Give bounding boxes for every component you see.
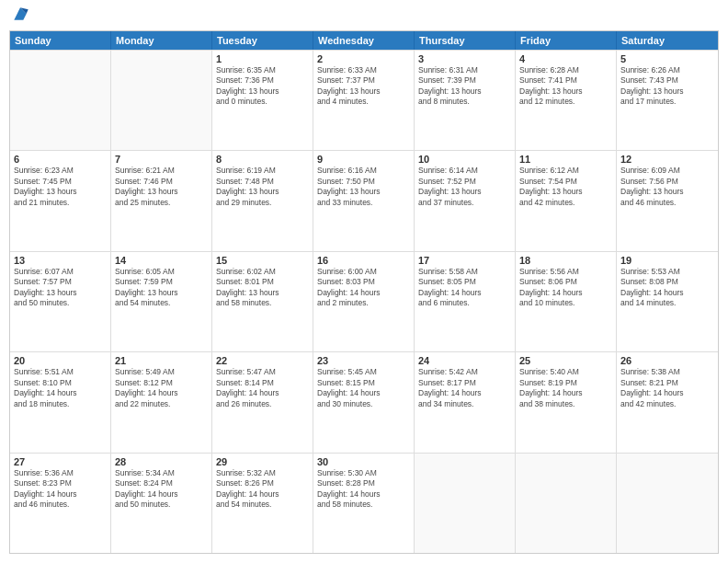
day-info: Sunrise: 6:23 AM Sunset: 7:45 PM Dayligh…: [14, 166, 107, 208]
calendar-cell: [10, 51, 111, 150]
calendar-cell: 15Sunrise: 6:02 AM Sunset: 8:01 PM Dayli…: [212, 252, 313, 351]
calendar-cell: 29Sunrise: 5:32 AM Sunset: 8:26 PM Dayli…: [212, 454, 313, 553]
day-info: Sunrise: 5:40 AM Sunset: 8:19 PM Dayligh…: [519, 367, 612, 409]
calendar-cell: [516, 454, 617, 553]
day-info: Sunrise: 5:38 AM Sunset: 8:21 PM Dayligh…: [620, 367, 714, 409]
calendar-cell: 19Sunrise: 5:53 AM Sunset: 8:08 PM Dayli…: [617, 252, 718, 351]
day-number: 10: [418, 154, 511, 165]
cal-header-cell: Saturday: [617, 31, 718, 50]
day-info: Sunrise: 6:19 AM Sunset: 7:48 PM Dayligh…: [216, 166, 309, 208]
day-info: Sunrise: 6:21 AM Sunset: 7:46 PM Dayligh…: [115, 166, 208, 208]
day-info: Sunrise: 6:14 AM Sunset: 7:52 PM Dayligh…: [418, 166, 511, 208]
day-number: 5: [620, 53, 714, 64]
cal-header-cell: Friday: [516, 31, 617, 50]
calendar-cell: [415, 454, 516, 553]
calendar-cell: 24Sunrise: 5:42 AM Sunset: 8:17 PM Dayli…: [415, 352, 516, 452]
day-info: Sunrise: 6:02 AM Sunset: 8:01 PM Dayligh…: [216, 267, 309, 309]
calendar-cell: 30Sunrise: 5:30 AM Sunset: 8:28 PM Dayli…: [313, 454, 415, 553]
logo-icon: [11, 5, 29, 23]
day-info: Sunrise: 6:07 AM Sunset: 7:57 PM Dayligh…: [14, 267, 107, 309]
day-number: 7: [115, 154, 208, 165]
day-info: Sunrise: 6:35 AM Sunset: 7:36 PM Dayligh…: [216, 65, 309, 108]
day-info: Sunrise: 5:53 AM Sunset: 8:08 PM Dayligh…: [620, 267, 714, 309]
calendar-cell: 20Sunrise: 5:51 AM Sunset: 8:10 PM Dayli…: [10, 352, 111, 452]
day-info: Sunrise: 5:30 AM Sunset: 8:28 PM Dayligh…: [317, 468, 410, 511]
day-number: 2: [317, 53, 410, 64]
cal-header-cell: Monday: [111, 31, 212, 50]
day-info: Sunrise: 5:42 AM Sunset: 8:17 PM Dayligh…: [418, 367, 511, 409]
calendar-cell: 10Sunrise: 6:14 AM Sunset: 7:52 PM Dayli…: [415, 151, 516, 250]
calendar-body: 1Sunrise: 6:35 AM Sunset: 7:36 PM Daylig…: [10, 50, 718, 553]
day-info: Sunrise: 5:34 AM Sunset: 8:24 PM Dayligh…: [115, 468, 208, 511]
day-number: 1: [216, 53, 309, 64]
day-number: 8: [216, 154, 309, 165]
header: [9, 9, 719, 23]
logo: [9, 9, 29, 23]
day-info: Sunrise: 6:00 AM Sunset: 8:03 PM Dayligh…: [317, 267, 410, 309]
calendar-cell: 28Sunrise: 5:34 AM Sunset: 8:24 PM Dayli…: [111, 454, 212, 553]
calendar-cell: [617, 454, 718, 553]
calendar-cell: 21Sunrise: 5:49 AM Sunset: 8:12 PM Dayli…: [111, 352, 212, 452]
day-number: 23: [317, 355, 410, 366]
day-number: 13: [14, 255, 107, 266]
day-info: Sunrise: 6:31 AM Sunset: 7:39 PM Dayligh…: [418, 65, 511, 108]
day-number: 6: [14, 154, 107, 165]
calendar-header: SundayMondayTuesdayWednesdayThursdayFrid…: [10, 31, 718, 50]
day-info: Sunrise: 5:56 AM Sunset: 8:06 PM Dayligh…: [519, 267, 612, 309]
day-number: 9: [317, 154, 410, 165]
day-info: Sunrise: 5:45 AM Sunset: 8:15 PM Dayligh…: [317, 367, 410, 409]
day-info: Sunrise: 6:28 AM Sunset: 7:41 PM Dayligh…: [519, 65, 612, 108]
calendar-cell: 1Sunrise: 6:35 AM Sunset: 7:36 PM Daylig…: [212, 51, 313, 150]
day-number: 21: [115, 355, 208, 366]
day-info: Sunrise: 5:47 AM Sunset: 8:14 PM Dayligh…: [216, 367, 309, 409]
cal-header-cell: Tuesday: [212, 31, 313, 50]
day-number: 19: [620, 255, 714, 266]
day-info: Sunrise: 6:12 AM Sunset: 7:54 PM Dayligh…: [519, 166, 612, 208]
cal-header-cell: Thursday: [415, 31, 516, 50]
day-info: Sunrise: 5:51 AM Sunset: 8:10 PM Dayligh…: [14, 367, 107, 409]
day-number: 17: [418, 255, 511, 266]
calendar-cell: 8Sunrise: 6:19 AM Sunset: 7:48 PM Daylig…: [212, 151, 313, 250]
day-number: 30: [317, 456, 410, 467]
day-number: 27: [14, 456, 107, 467]
day-info: Sunrise: 6:05 AM Sunset: 7:59 PM Dayligh…: [115, 267, 208, 309]
day-info: Sunrise: 5:58 AM Sunset: 8:05 PM Dayligh…: [418, 267, 511, 309]
calendar: SundayMondayTuesdayWednesdayThursdayFrid…: [9, 30, 719, 554]
calendar-cell: [111, 51, 212, 150]
day-number: 14: [115, 255, 208, 266]
calendar-cell: 2Sunrise: 6:33 AM Sunset: 7:37 PM Daylig…: [313, 51, 415, 150]
day-number: 11: [519, 154, 612, 165]
calendar-cell: 26Sunrise: 5:38 AM Sunset: 8:21 PM Dayli…: [617, 352, 718, 452]
day-number: 12: [620, 154, 714, 165]
calendar-cell: 18Sunrise: 5:56 AM Sunset: 8:06 PM Dayli…: [516, 252, 617, 351]
day-info: Sunrise: 5:32 AM Sunset: 8:26 PM Dayligh…: [216, 468, 309, 511]
day-number: 28: [115, 456, 208, 467]
calendar-cell: 5Sunrise: 6:26 AM Sunset: 7:43 PM Daylig…: [617, 51, 718, 150]
cal-header-cell: Wednesday: [313, 31, 415, 50]
calendar-cell: 14Sunrise: 6:05 AM Sunset: 7:59 PM Dayli…: [111, 252, 212, 351]
calendar-cell: 22Sunrise: 5:47 AM Sunset: 8:14 PM Dayli…: [212, 352, 313, 452]
calendar-cell: 11Sunrise: 6:12 AM Sunset: 7:54 PM Dayli…: [516, 151, 617, 250]
day-number: 26: [620, 355, 714, 366]
day-number: 3: [418, 53, 511, 64]
calendar-cell: 13Sunrise: 6:07 AM Sunset: 7:57 PM Dayli…: [10, 252, 111, 351]
calendar-row: 6Sunrise: 6:23 AM Sunset: 7:45 PM Daylig…: [10, 150, 718, 250]
calendar-cell: 17Sunrise: 5:58 AM Sunset: 8:05 PM Dayli…: [415, 252, 516, 351]
day-number: 15: [216, 255, 309, 266]
cal-header-cell: Sunday: [10, 31, 111, 50]
day-info: Sunrise: 6:16 AM Sunset: 7:50 PM Dayligh…: [317, 166, 410, 208]
day-number: 29: [216, 456, 309, 467]
day-number: 20: [14, 355, 107, 366]
calendar-cell: 27Sunrise: 5:36 AM Sunset: 8:23 PM Dayli…: [10, 454, 111, 553]
calendar-cell: 6Sunrise: 6:23 AM Sunset: 7:45 PM Daylig…: [10, 151, 111, 250]
day-number: 25: [519, 355, 612, 366]
day-info: Sunrise: 6:09 AM Sunset: 7:56 PM Dayligh…: [620, 166, 714, 208]
calendar-cell: 9Sunrise: 6:16 AM Sunset: 7:50 PM Daylig…: [313, 151, 415, 250]
calendar-cell: 23Sunrise: 5:45 AM Sunset: 8:15 PM Dayli…: [313, 352, 415, 452]
day-info: Sunrise: 6:26 AM Sunset: 7:43 PM Dayligh…: [620, 65, 714, 108]
calendar-row: 13Sunrise: 6:07 AM Sunset: 7:57 PM Dayli…: [10, 251, 718, 351]
day-number: 22: [216, 355, 309, 366]
day-info: Sunrise: 5:36 AM Sunset: 8:23 PM Dayligh…: [14, 468, 107, 511]
calendar-row: 27Sunrise: 5:36 AM Sunset: 8:23 PM Dayli…: [10, 453, 718, 553]
calendar-cell: 16Sunrise: 6:00 AM Sunset: 8:03 PM Dayli…: [313, 252, 415, 351]
